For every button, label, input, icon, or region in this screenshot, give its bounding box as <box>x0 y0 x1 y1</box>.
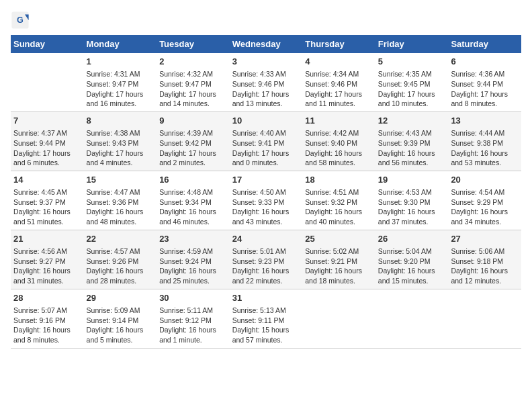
day-number: 30 <box>159 292 227 304</box>
calendar-cell: 4Sunrise: 4:34 AMSunset: 9:46 PMDaylight… <box>302 53 375 111</box>
day-info: Sunrise: 4:57 AMSunset: 9:26 PMDaylight:… <box>87 246 154 286</box>
calendar-header: SundayMondayTuesdayWednesdayThursdayFrid… <box>11 35 521 53</box>
day-number: 29 <box>87 292 154 304</box>
calendar-cell: 6Sunrise: 4:36 AMSunset: 9:44 PMDaylight… <box>448 53 521 111</box>
day-info: Sunrise: 4:40 AMSunset: 9:41 PMDaylight:… <box>232 128 300 168</box>
calendar-cell: 23Sunrise: 4:59 AMSunset: 9:24 PMDayligh… <box>157 230 230 289</box>
day-info: Sunrise: 5:02 AMSunset: 9:21 PMDaylight:… <box>305 246 373 286</box>
day-number: 7 <box>13 115 81 127</box>
calendar-body: 1Sunrise: 4:31 AMSunset: 9:47 PMDaylight… <box>11 53 521 348</box>
day-info: Sunrise: 4:38 AMSunset: 9:43 PMDaylight:… <box>87 128 154 168</box>
day-number: 25 <box>305 233 373 245</box>
calendar-cell: 30Sunrise: 5:11 AMSunset: 9:12 PMDayligh… <box>157 289 230 348</box>
day-info: Sunrise: 4:33 AMSunset: 9:46 PMDaylight:… <box>232 69 300 109</box>
calendar-cell: 28Sunrise: 5:07 AMSunset: 9:16 PMDayligh… <box>11 289 84 348</box>
day-info: Sunrise: 4:42 AMSunset: 9:40 PMDaylight:… <box>305 128 373 168</box>
day-info: Sunrise: 4:59 AMSunset: 9:24 PMDaylight:… <box>159 246 227 286</box>
calendar-cell: 1Sunrise: 4:31 AMSunset: 9:47 PMDaylight… <box>84 53 157 111</box>
calendar-cell: 20Sunrise: 4:54 AMSunset: 9:29 PMDayligh… <box>448 171 521 230</box>
calendar-cell: 10Sunrise: 4:40 AMSunset: 9:41 PMDayligh… <box>230 111 303 171</box>
calendar-cell: 31Sunrise: 5:13 AMSunset: 9:11 PMDayligh… <box>230 289 303 348</box>
calendar-cell <box>375 289 449 348</box>
day-info: Sunrise: 4:37 AMSunset: 9:44 PMDaylight:… <box>13 128 81 168</box>
day-number: 22 <box>87 233 154 245</box>
calendar-cell: 16Sunrise: 4:48 AMSunset: 9:34 PMDayligh… <box>157 171 230 230</box>
day-number: 21 <box>13 233 81 245</box>
day-info: Sunrise: 5:01 AMSunset: 9:23 PMDaylight:… <box>232 246 300 286</box>
calendar-cell: 22Sunrise: 4:57 AMSunset: 9:26 PMDayligh… <box>84 230 157 289</box>
calendar-cell: 3Sunrise: 4:33 AMSunset: 9:46 PMDaylight… <box>230 53 303 111</box>
day-info: Sunrise: 5:13 AMSunset: 9:11 PMDaylight:… <box>232 306 300 345</box>
calendar-table: SundayMondayTuesdayWednesdayThursdayFrid… <box>11 35 521 349</box>
day-info: Sunrise: 4:48 AMSunset: 9:34 PMDaylight:… <box>159 187 227 227</box>
day-info: Sunrise: 4:53 AMSunset: 9:30 PMDaylight:… <box>378 187 446 227</box>
day-info: Sunrise: 4:56 AMSunset: 9:27 PMDaylight:… <box>13 246 81 286</box>
logo-icon: G <box>11 11 30 30</box>
calendar-cell: 29Sunrise: 5:09 AMSunset: 9:14 PMDayligh… <box>84 289 157 348</box>
day-number: 24 <box>232 233 300 245</box>
calendar-cell: 27Sunrise: 5:06 AMSunset: 9:18 PMDayligh… <box>448 230 521 289</box>
day-number: 2 <box>159 56 227 68</box>
day-number: 18 <box>305 174 373 186</box>
calendar-cell <box>11 53 84 111</box>
header: G <box>11 11 521 30</box>
day-info: Sunrise: 4:34 AMSunset: 9:46 PMDaylight:… <box>305 69 373 109</box>
calendar-cell: 5Sunrise: 4:35 AMSunset: 9:45 PMDaylight… <box>375 53 449 111</box>
day-number: 17 <box>232 174 300 186</box>
calendar-cell <box>448 289 521 348</box>
day-info: Sunrise: 4:32 AMSunset: 9:47 PMDaylight:… <box>159 69 227 109</box>
day-number: 15 <box>87 174 154 186</box>
calendar-cell: 21Sunrise: 4:56 AMSunset: 9:27 PMDayligh… <box>11 230 84 289</box>
header-day-friday: Friday <box>375 35 449 53</box>
day-info: Sunrise: 4:39 AMSunset: 9:42 PMDaylight:… <box>159 128 227 168</box>
day-info: Sunrise: 4:44 AMSunset: 9:38 PMDaylight:… <box>451 128 519 168</box>
logo: G <box>11 11 32 30</box>
calendar-cell: 14Sunrise: 4:45 AMSunset: 9:37 PMDayligh… <box>11 171 84 230</box>
day-info: Sunrise: 4:43 AMSunset: 9:39 PMDaylight:… <box>378 128 446 168</box>
svg-text:G: G <box>17 15 24 25</box>
calendar-cell: 18Sunrise: 4:51 AMSunset: 9:32 PMDayligh… <box>302 171 375 230</box>
calendar-cell <box>302 289 375 348</box>
week-row-4: 21Sunrise: 4:56 AMSunset: 9:27 PMDayligh… <box>11 230 521 289</box>
day-info: Sunrise: 4:36 AMSunset: 9:44 PMDaylight:… <box>451 69 519 109</box>
header-row: SundayMondayTuesdayWednesdayThursdayFrid… <box>11 35 521 53</box>
day-number: 13 <box>451 115 519 127</box>
day-number: 3 <box>232 56 300 68</box>
calendar-cell: 25Sunrise: 5:02 AMSunset: 9:21 PMDayligh… <box>302 230 375 289</box>
day-number: 16 <box>159 174 227 186</box>
day-info: Sunrise: 5:06 AMSunset: 9:18 PMDaylight:… <box>451 246 519 286</box>
header-day-tuesday: Tuesday <box>157 35 230 53</box>
day-info: Sunrise: 5:09 AMSunset: 9:14 PMDaylight:… <box>87 306 154 345</box>
day-number: 19 <box>378 174 446 186</box>
day-info: Sunrise: 4:54 AMSunset: 9:29 PMDaylight:… <box>451 187 519 227</box>
day-number: 9 <box>159 115 227 127</box>
calendar-cell: 19Sunrise: 4:53 AMSunset: 9:30 PMDayligh… <box>375 171 449 230</box>
calendar-cell: 13Sunrise: 4:44 AMSunset: 9:38 PMDayligh… <box>448 111 521 171</box>
header-day-thursday: Thursday <box>302 35 375 53</box>
calendar-cell: 11Sunrise: 4:42 AMSunset: 9:40 PMDayligh… <box>302 111 375 171</box>
calendar-cell: 9Sunrise: 4:39 AMSunset: 9:42 PMDaylight… <box>157 111 230 171</box>
day-number: 5 <box>378 56 446 68</box>
day-number: 10 <box>232 115 300 127</box>
day-number: 31 <box>232 292 300 304</box>
calendar-cell: 2Sunrise: 4:32 AMSunset: 9:47 PMDaylight… <box>157 53 230 111</box>
day-info: Sunrise: 4:50 AMSunset: 9:33 PMDaylight:… <box>232 187 300 227</box>
day-info: Sunrise: 4:31 AMSunset: 9:47 PMDaylight:… <box>87 69 154 109</box>
day-number: 14 <box>13 174 81 186</box>
day-number: 26 <box>378 233 446 245</box>
calendar-cell: 26Sunrise: 5:04 AMSunset: 9:20 PMDayligh… <box>375 230 449 289</box>
day-info: Sunrise: 4:51 AMSunset: 9:32 PMDaylight:… <box>305 187 373 227</box>
week-row-1: 1Sunrise: 4:31 AMSunset: 9:47 PMDaylight… <box>11 53 521 111</box>
day-number: 1 <box>87 56 154 68</box>
calendar-cell: 8Sunrise: 4:38 AMSunset: 9:43 PMDaylight… <box>84 111 157 171</box>
calendar-cell: 15Sunrise: 4:47 AMSunset: 9:36 PMDayligh… <box>84 171 157 230</box>
header-day-sunday: Sunday <box>11 35 84 53</box>
day-number: 20 <box>451 174 519 186</box>
day-number: 23 <box>159 233 227 245</box>
day-number: 6 <box>451 56 519 68</box>
week-row-3: 14Sunrise: 4:45 AMSunset: 9:37 PMDayligh… <box>11 171 521 230</box>
day-number: 28 <box>13 292 81 304</box>
day-info: Sunrise: 5:04 AMSunset: 9:20 PMDaylight:… <box>378 246 446 286</box>
day-info: Sunrise: 4:45 AMSunset: 9:37 PMDaylight:… <box>13 187 81 227</box>
header-day-saturday: Saturday <box>448 35 521 53</box>
